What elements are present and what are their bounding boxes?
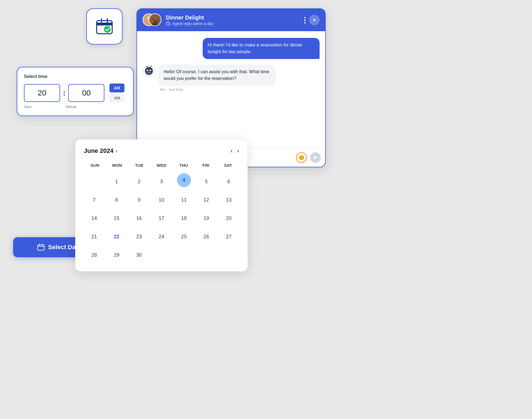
calendar-nav: ‹ › bbox=[231, 148, 239, 154]
hour-input[interactable] bbox=[24, 84, 60, 102]
cal-day-17[interactable]: 17 bbox=[152, 210, 171, 227]
weekday-wed: WED bbox=[150, 161, 173, 169]
bot-message-content: Hello! Of course, I can assist you with … bbox=[159, 65, 276, 92]
calendar-icon bbox=[37, 243, 45, 251]
cal-day-empty-2 bbox=[152, 247, 171, 263]
chat-header-actions: × bbox=[304, 15, 320, 25]
svg-point-15 bbox=[145, 67, 153, 75]
svg-rect-2 bbox=[97, 23, 112, 24]
cal-day-11[interactable]: 11 bbox=[174, 192, 194, 208]
svg-point-5 bbox=[104, 26, 111, 33]
cal-day-21[interactable]: 21 bbox=[84, 228, 104, 245]
cal-day-26[interactable]: 26 bbox=[197, 228, 216, 245]
cal-day-3[interactable]: 3 bbox=[152, 173, 171, 190]
prev-month-button[interactable]: ‹ bbox=[231, 148, 232, 154]
chat-subtitle: Agent reply within a day bbox=[166, 21, 300, 26]
cal-day-20[interactable]: 20 bbox=[219, 210, 239, 227]
cal-day-8[interactable]: 8 bbox=[107, 192, 126, 208]
bot-avatar bbox=[143, 65, 155, 77]
cal-day-2[interactable]: 2 bbox=[129, 173, 149, 190]
weekday-tue: TUE bbox=[128, 161, 150, 169]
calendar-header: June 2024 › ‹ › bbox=[84, 147, 239, 155]
chat-body: Hi there! I'd like to make a reservation… bbox=[137, 31, 325, 148]
cal-day-empty-4 bbox=[197, 247, 216, 263]
cal-day-28[interactable]: 28 bbox=[84, 247, 104, 263]
cal-day-10[interactable]: 10 bbox=[152, 192, 171, 208]
pm-button[interactable]: AM bbox=[109, 94, 124, 102]
weekday-sat: SAT bbox=[217, 161, 239, 169]
weekday-mon: MON bbox=[106, 161, 128, 169]
calendar-expand-arrow[interactable]: › bbox=[116, 148, 117, 154]
cal-day-12[interactable]: 12 bbox=[197, 192, 216, 208]
cal-day-4[interactable]: 4 bbox=[177, 173, 191, 187]
time-inputs: : AM AM bbox=[24, 84, 126, 102]
weekday-fri: FRI bbox=[195, 161, 217, 169]
cal-day-29[interactable]: 29 bbox=[107, 247, 126, 263]
minute-input[interactable] bbox=[68, 84, 104, 102]
minute-label: Minute bbox=[66, 105, 102, 109]
svg-point-16 bbox=[147, 70, 148, 71]
chat-header: Dinner Delight Agent reply within a day … bbox=[137, 9, 325, 31]
time-separator: : bbox=[63, 89, 65, 97]
chat-header-info: Dinner Delight Agent reply within a day bbox=[166, 14, 300, 26]
bot-message-container: Hello! Of course, I can assist you with … bbox=[143, 65, 320, 92]
cal-day-18[interactable]: 18 bbox=[174, 210, 194, 227]
send-button[interactable] bbox=[310, 152, 321, 163]
calendar-weekdays: SUN MON TUE WED THU FRI SAT bbox=[84, 161, 239, 169]
message-timestamp: Bot . Just Now bbox=[160, 87, 276, 92]
emoji-button[interactable]: 😊 bbox=[296, 152, 307, 163]
chat-avatars bbox=[143, 13, 162, 27]
user-message: Hi there! I'd like to make a reservation… bbox=[203, 38, 320, 59]
bot-message-text: Hello! Of course, I can assist you with … bbox=[159, 65, 276, 86]
next-month-button[interactable]: › bbox=[237, 148, 239, 154]
bot-face-icon bbox=[144, 66, 154, 76]
time-field-labels: Hour Minute bbox=[24, 105, 126, 109]
cal-day-13[interactable]: 13 bbox=[219, 192, 239, 208]
cal-day-empty bbox=[84, 173, 104, 190]
hour-label: Hour bbox=[24, 105, 60, 109]
cal-day-empty-3 bbox=[174, 247, 194, 263]
cal-day-30[interactable]: 30 bbox=[129, 247, 149, 263]
calendar-check-icon bbox=[95, 17, 114, 36]
close-button[interactable]: × bbox=[309, 15, 320, 25]
calendar-days: 1 2 3 4 5 6 7 8 9 10 11 12 13 14 15 16 1… bbox=[84, 173, 239, 263]
send-icon bbox=[313, 155, 318, 160]
cal-day-23[interactable]: 23 bbox=[129, 228, 149, 245]
dot-2 bbox=[304, 19, 306, 21]
weekday-thu: THU bbox=[173, 161, 195, 169]
weekday-sun: SUN bbox=[84, 161, 106, 169]
calendar-title: June 2024 › bbox=[84, 147, 117, 155]
calendar-widget: June 2024 › ‹ › SUN MON TUE WED THU FRI … bbox=[75, 139, 248, 271]
time-picker: Select time : AM AM Hour Minute bbox=[17, 67, 134, 116]
svg-line-14 bbox=[168, 24, 169, 24]
cal-day-22[interactable]: 22 bbox=[107, 228, 126, 245]
svg-point-11 bbox=[153, 16, 158, 21]
am-button[interactable]: AM bbox=[109, 84, 124, 92]
time-picker-label: Select time bbox=[24, 74, 126, 79]
dot-1 bbox=[304, 17, 306, 18]
svg-point-17 bbox=[149, 70, 151, 71]
cal-day-27[interactable]: 27 bbox=[219, 228, 239, 245]
cal-day-6[interactable]: 6 bbox=[219, 173, 239, 190]
calendar-grid: SUN MON TUE WED THU FRI SAT 1 2 3 4 5 6 … bbox=[84, 161, 239, 263]
cal-day-15[interactable]: 15 bbox=[107, 210, 126, 227]
online-indicator bbox=[158, 22, 161, 26]
cal-day-empty-5 bbox=[219, 247, 239, 263]
more-options-button[interactable] bbox=[304, 17, 306, 23]
cal-day-9[interactable]: 9 bbox=[129, 192, 149, 208]
cal-day-5[interactable]: 5 bbox=[197, 173, 216, 190]
clock-icon bbox=[166, 21, 170, 26]
chat-title: Dinner Delight bbox=[166, 14, 300, 21]
cal-day-14[interactable]: 14 bbox=[84, 210, 104, 227]
cal-day-24[interactable]: 24 bbox=[152, 228, 171, 245]
cal-day-16[interactable]: 16 bbox=[129, 210, 149, 227]
cal-day-7[interactable]: 7 bbox=[84, 192, 104, 208]
calendar-icon-card bbox=[86, 8, 122, 45]
cal-day-19[interactable]: 19 bbox=[197, 210, 216, 227]
cal-day-1[interactable]: 1 bbox=[107, 173, 126, 190]
cal-day-25[interactable]: 25 bbox=[174, 228, 194, 245]
svg-rect-22 bbox=[38, 245, 44, 250]
ampm-group: AM AM bbox=[109, 84, 124, 102]
avatar-2 bbox=[149, 13, 161, 26]
dot-3 bbox=[304, 22, 306, 23]
